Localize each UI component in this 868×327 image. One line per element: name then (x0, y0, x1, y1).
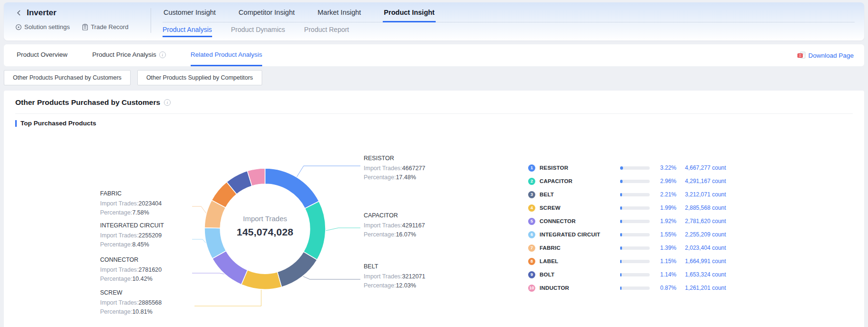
callout-percentage: Percentage:10.42% (100, 275, 195, 284)
primary-tabs: Customer InsightCompetitor InsightMarket… (163, 7, 855, 22)
legend-product-name: INDUCTOR (540, 285, 620, 291)
tab-market-insight[interactable]: Market Insight (317, 7, 362, 22)
divider (15, 113, 853, 114)
back-icon[interactable] (15, 9, 23, 17)
filter-button-1[interactable]: Other Products Purchased by Customers (4, 70, 131, 85)
tab-customer-insight[interactable]: Customer Insight (163, 7, 217, 22)
trade-count: 1,664,991 count (685, 258, 726, 265)
download-page-button[interactable]: Download Page (797, 44, 854, 66)
rank-badge: 3 (528, 191, 535, 198)
callout-belt: BELT Import Trades:3212071 Percentage:12… (364, 263, 459, 290)
callout-screw: SCREW Import Trades:2885568 Percentage:1… (100, 289, 195, 317)
solution-settings-button[interactable]: Solution settings (15, 23, 70, 31)
share-percentage: 3.22% (650, 164, 676, 171)
info-icon[interactable]: i (159, 51, 166, 58)
share-percentage: 0.87% (650, 285, 676, 291)
callout-resistor: RESISTOR Import Trades:4667277 Percentag… (364, 155, 459, 182)
trade-count: 2,023,404 count (685, 245, 726, 251)
trade-count: 3,212,071 count (685, 191, 726, 198)
legend-row-inductor[interactable]: 10 INDUCTOR 0.87% 1,261,201 count (528, 281, 733, 295)
accent-bar (15, 120, 17, 127)
callout-connector: CONNECTOR Import Trades:2781620 Percenta… (100, 256, 195, 284)
rank-badge: 1 (528, 164, 535, 172)
rank-badge: 10 (528, 285, 535, 292)
donut-center-label: Import Trades (217, 215, 313, 223)
rank-badge: 5 (528, 218, 535, 225)
callout-capacitor: CAPACITOR Import Trades:4291167 Percenta… (364, 212, 459, 239)
legend-row-fabric[interactable]: 7 FABRIC 1.39% 2,023,404 count (528, 241, 733, 255)
header-divider (151, 8, 151, 33)
share-percentage: 1.39% (650, 245, 676, 251)
callout-name: INTEGRATED CIRCUIT (100, 222, 195, 229)
callout-percentage: Percentage:12.03% (364, 281, 459, 290)
share-percentage: 2.96% (650, 178, 676, 184)
legend-product-name: CAPACITOR (540, 178, 620, 184)
page-tabs: Product OverviewProduct Price AnalysisiR… (17, 44, 262, 66)
rank-badge: 6 (528, 231, 535, 238)
page-title: Inverter (27, 8, 56, 18)
pagetab-related-product-analysis[interactable]: Related Product Analysis (191, 44, 262, 66)
legend-row-connector[interactable]: 5 CONNECTOR 1.92% 2,781,620 count (528, 215, 733, 228)
section-title: Other Products Purchased by Customers (15, 98, 160, 107)
callout-name: CONNECTOR (100, 256, 195, 263)
share-bar (620, 180, 650, 183)
header: Inverter Solution settings Trade Record … (4, 2, 864, 41)
share-bar (620, 233, 650, 236)
legend-row-integrated-circuit[interactable]: 6 INTEGRATED CIRCUIT 1.55% 2,255,209 cou… (528, 228, 733, 241)
filter-button-2[interactable]: Other Products Supplied by Competitors (137, 70, 262, 85)
callout-import-trades: Import Trades:3212071 (364, 272, 459, 281)
callout-name: SCREW (100, 289, 195, 296)
info-icon[interactable]: i (164, 99, 171, 106)
callout-name: CAPACITOR (364, 212, 459, 219)
rank-badge: 7 (528, 245, 535, 252)
callout-import-trades: Import Trades:4667277 (364, 164, 459, 173)
legend-product-name: LABEL (540, 258, 620, 264)
legend-row-belt[interactable]: 3 BELT 2.21% 3,212,071 count (528, 188, 733, 201)
rank-badge: 9 (528, 271, 535, 278)
tab-product-insight[interactable]: Product Insight (383, 7, 435, 22)
callout-import-trades: Import Trades:2885568 (100, 298, 195, 307)
rank-badge: 8 (528, 258, 535, 265)
callout-integrated-circuit: INTEGRATED CIRCUIT Import Trades:2255209… (100, 222, 195, 249)
clipboard-icon (82, 24, 88, 31)
legend-row-bolt[interactable]: 9 BOLT 1.14% 1,653,324 count (528, 268, 733, 281)
donut-slice-screw[interactable] (241, 270, 281, 289)
share-bar (620, 206, 650, 210)
share-percentage: 1.15% (650, 258, 676, 265)
share-bar (620, 220, 650, 223)
pagetab-product-price-analysis[interactable]: Product Price Analysisi (92, 44, 166, 66)
share-bar (620, 246, 650, 250)
share-percentage: 1.99% (650, 204, 676, 211)
share-percentage: 1.55% (650, 231, 676, 238)
trade-count: 2,885,568 count (685, 204, 726, 211)
legend-row-capacitor[interactable]: 2 CAPACITOR 2.96% 4,291,167 count (528, 174, 733, 188)
legend-product-name: BELT (540, 192, 620, 197)
trade-count: 2,255,209 count (685, 231, 726, 238)
callout-name: RESISTOR (364, 155, 459, 162)
trade-count: 4,667,277 count (685, 164, 726, 171)
pagetab-product-overview[interactable]: Product Overview (17, 44, 68, 66)
callout-percentage: Percentage:10.81% (100, 307, 195, 317)
filter-buttons: Other Products Purchased by CustomersOth… (4, 70, 262, 85)
trade-count: 2,781,620 count (685, 218, 726, 225)
trade-count: 4,291,167 count (685, 178, 726, 184)
trade-record-button[interactable]: Trade Record (82, 23, 128, 31)
legend-product-name: INTEGRATED CIRCUIT (540, 232, 620, 237)
tab-competitor-insight[interactable]: Competitor Insight (238, 7, 296, 22)
legend-row-label[interactable]: 8 LABEL 1.15% 1,664,991 count (528, 255, 733, 268)
donut-center: Import Trades 145,074,028 (217, 215, 313, 238)
callout-name: BELT (364, 263, 459, 270)
callout-percentage: Percentage:8.45% (100, 240, 195, 249)
subtab-product-dynamics[interactable]: Product Dynamics (231, 26, 286, 37)
donut-slice-resistor[interactable] (265, 168, 319, 208)
callout-percentage: Percentage:17.48% (364, 173, 459, 182)
legend-product-name: CONNECTOR (540, 218, 620, 224)
legend-product-name: SCREW (540, 205, 620, 211)
legend-row-screw[interactable]: 4 SCREW 1.99% 2,885,568 count (528, 201, 733, 215)
rank-badge: 4 (528, 204, 535, 212)
subtab-product-report[interactable]: Product Report (304, 26, 349, 37)
subtab-product-analysis[interactable]: Product Analysis (163, 26, 212, 37)
legend-row-resistor[interactable]: 1 RESISTOR 3.22% 4,667,277 count (528, 161, 733, 174)
page-tab-bar: Product OverviewProduct Price AnalysisiR… (4, 44, 864, 66)
donut-slice-belt[interactable] (277, 252, 317, 287)
